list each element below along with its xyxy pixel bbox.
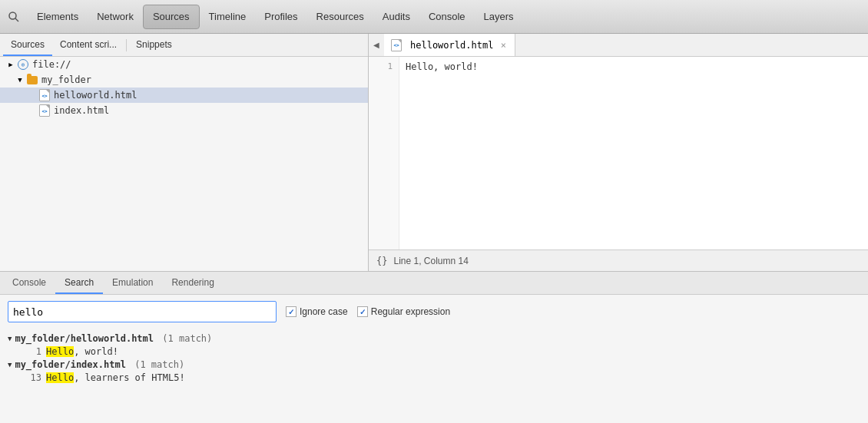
tree-arrow-helloworld <box>28 91 37 99</box>
bottom-tabs: Console Search Emulation Rendering <box>0 272 868 295</box>
result-after-1-1: , world! <box>74 346 118 357</box>
top-nav: Elements Network Sources Timeline Profil… <box>0 0 868 34</box>
tab-content-scripts[interactable]: Content scri... <box>52 34 124 56</box>
cursor-position: Line 1, Column 14 <box>393 256 468 266</box>
tab-snippets[interactable]: Snippets <box>128 34 180 56</box>
nav-sources[interactable]: Sources <box>143 5 200 29</box>
svg-line-1 <box>15 18 18 21</box>
search-input[interactable] <box>8 301 277 322</box>
nav-audits[interactable]: Audits <box>373 5 419 29</box>
editor-tab-bar: ◀ <> helloworld.html × <box>369 34 868 57</box>
tree-root-label: file:// <box>32 59 71 70</box>
nav-layers[interactable]: Layers <box>475 5 523 29</box>
code-content[interactable]: Hello, world! <box>399 57 868 250</box>
regex-option[interactable]: Regular expression <box>357 306 450 317</box>
tree-root[interactable]: ▶ ⊕ file:// <box>0 57 368 72</box>
result-content-1-1: Hello, world! <box>46 346 118 357</box>
main-area: Sources Content scri... Snippets ▶ ⊕ fil… <box>0 34 868 423</box>
nav-elements[interactable]: Elements <box>28 5 88 29</box>
result-line-1-1[interactable]: 1 Hello, world! <box>8 345 860 358</box>
editor-tab-helloworld[interactable]: <> helloworld.html × <box>384 34 515 56</box>
nav-console[interactable]: Console <box>419 5 475 29</box>
editor-tab-close-button[interactable]: × <box>498 40 509 51</box>
braces-icon: {} <box>376 256 387 266</box>
status-bar: {} Line 1, Column 14 <box>369 250 868 271</box>
tab-search[interactable]: Search <box>55 272 103 294</box>
regex-checkbox[interactable] <box>357 306 368 317</box>
code-area: 1 Hello, world! <box>369 57 868 250</box>
ignore-case-option[interactable]: Ignore case <box>286 306 348 317</box>
ignore-case-checkbox[interactable] <box>286 306 297 317</box>
result-filename-2: my_folder/index.html <box>15 359 126 370</box>
html-icon-tab: <> <box>390 39 403 51</box>
search-row: Ignore case Regular expression <box>8 301 860 322</box>
tree-arrow-folder: ▼ <box>15 76 25 84</box>
tree-folder[interactable]: ▼ my_folder <box>0 72 368 88</box>
sources-area: Sources Content scri... Snippets ▶ ⊕ fil… <box>0 34 868 272</box>
tree-file-helloworld[interactable]: <> helloworld.html <box>0 88 368 103</box>
result-count-1: (1 match) <box>157 333 212 344</box>
result-after-2-1: , learners of HTML5! <box>74 372 185 383</box>
regex-label: Regular expression <box>371 306 450 317</box>
tree-file-index[interactable]: <> index.html <box>0 103 368 118</box>
tree-file-label-helloworld: helloworld.html <box>54 90 137 101</box>
left-panel: Sources Content scri... Snippets ▶ ⊕ fil… <box>0 34 369 271</box>
result-linenum-2-1: 13 <box>26 372 41 383</box>
result-arrow-1: ▼ <box>8 335 12 342</box>
result-highlight-1-1: Hello <box>46 346 74 357</box>
result-content-2-1: Hello, learners of HTML5! <box>46 372 185 383</box>
line-number-1: 1 <box>369 60 399 74</box>
result-line-2-1[interactable]: 13 Hello, learners of HTML5! <box>8 372 860 384</box>
folder-icon <box>26 74 38 86</box>
search-icon[interactable] <box>3 6 25 28</box>
nav-profiles[interactable]: Profiles <box>255 5 306 29</box>
ignore-case-label: Ignore case <box>300 306 348 317</box>
result-arrow-2: ▼ <box>8 361 12 368</box>
search-results: ▼ my_folder/helloworld.html (1 match) 1 … <box>0 329 868 387</box>
html-icon-helloworld: <> <box>38 89 51 101</box>
editor-tab-chevron[interactable]: ◀ <box>369 34 384 56</box>
html-icon-index: <> <box>38 104 51 117</box>
tab-console[interactable]: Console <box>3 272 55 294</box>
nav-resources[interactable]: Resources <box>307 5 373 29</box>
tab-sources[interactable]: Sources <box>3 34 52 56</box>
editor-tab-filename: helloworld.html <box>410 40 493 51</box>
file-tree: ▶ ⊕ file:// ▼ my_folder <box>0 57 368 271</box>
line-numbers: 1 <box>369 57 399 250</box>
tree-arrow-index <box>28 107 37 114</box>
tab-divider <box>126 39 127 51</box>
svg-point-0 <box>9 12 16 19</box>
tree-folder-label: my_folder <box>41 74 91 85</box>
tree-file-label-index: index.html <box>54 105 109 116</box>
bottom-panel: Console Search Emulation Rendering Ignor… <box>0 272 868 423</box>
globe-icon: ⊕ <box>17 58 29 71</box>
result-file-helloworld[interactable]: ▼ my_folder/helloworld.html (1 match) <box>8 332 860 345</box>
nav-timeline[interactable]: Timeline <box>200 5 256 29</box>
tab-rendering[interactable]: Rendering <box>162 272 223 294</box>
sub-tabs: Sources Content scri... Snippets <box>0 34 368 57</box>
result-count-2: (1 match) <box>129 359 184 370</box>
result-file-index[interactable]: ▼ my_folder/index.html (1 match) <box>8 358 860 372</box>
code-line-1: Hello, world! <box>406 60 862 74</box>
result-highlight-2-1: Hello <box>46 372 74 383</box>
tree-arrow-root: ▶ <box>6 61 15 68</box>
right-panel: ◀ <> helloworld.html × 1 Hello, world! <box>369 34 868 271</box>
result-linenum-1-1: 1 <box>26 346 41 357</box>
nav-network[interactable]: Network <box>88 5 143 29</box>
search-panel: Ignore case Regular expression <box>0 295 868 329</box>
result-filename-1: my_folder/helloworld.html <box>15 333 154 344</box>
tab-emulation[interactable]: Emulation <box>103 272 162 294</box>
